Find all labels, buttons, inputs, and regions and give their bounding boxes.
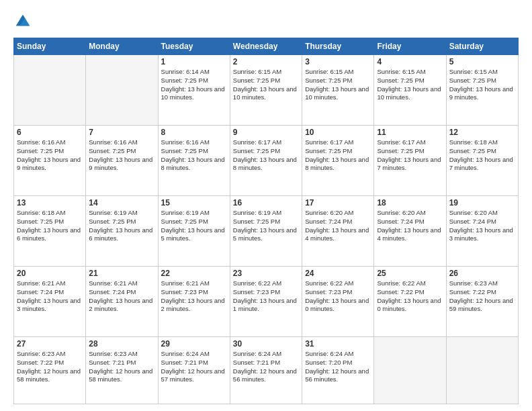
day-number: 9	[233, 128, 299, 137]
day-number: 21	[89, 269, 154, 278]
day-info: Sunrise: 6:15 AM Sunset: 7:25 PM Dayligh…	[449, 68, 515, 102]
calendar-table: SundayMondayTuesdayWednesdayThursdayFrid…	[13, 38, 519, 404]
calendar-day-cell: 3Sunrise: 6:15 AM Sunset: 7:25 PM Daylig…	[302, 55, 374, 126]
calendar-day-cell: 2Sunrise: 6:15 AM Sunset: 7:25 PM Daylig…	[230, 55, 302, 126]
calendar-day-cell: 15Sunrise: 6:19 AM Sunset: 7:25 PM Dayli…	[158, 196, 230, 267]
calendar-day-cell: 8Sunrise: 6:16 AM Sunset: 7:25 PM Daylig…	[158, 126, 230, 196]
day-number: 15	[161, 198, 227, 208]
day-number: 20	[17, 269, 83, 278]
calendar-day-cell: 25Sunrise: 6:22 AM Sunset: 7:22 PM Dayli…	[374, 267, 446, 337]
day-info: Sunrise: 6:17 AM Sunset: 7:25 PM Dayligh…	[377, 138, 443, 173]
calendar-day-cell: 24Sunrise: 6:22 AM Sunset: 7:23 PM Dayli…	[302, 267, 374, 337]
day-info: Sunrise: 6:21 AM Sunset: 7:23 PM Dayligh…	[161, 279, 227, 314]
calendar-day-header: Sunday	[14, 38, 86, 55]
calendar-day-cell	[86, 55, 158, 126]
day-number: 18	[377, 198, 443, 208]
calendar-day-cell: 19Sunrise: 6:20 AM Sunset: 7:24 PM Dayli…	[446, 196, 518, 267]
calendar-day-cell: 26Sunrise: 6:23 AM Sunset: 7:22 PM Dayli…	[446, 267, 518, 337]
calendar-day-cell: 31Sunrise: 6:24 AM Sunset: 7:20 PM Dayli…	[302, 337, 374, 404]
day-info: Sunrise: 6:20 AM Sunset: 7:24 PM Dayligh…	[377, 209, 443, 243]
calendar-day-cell: 14Sunrise: 6:19 AM Sunset: 7:25 PM Dayli…	[86, 196, 158, 267]
calendar-day-cell	[374, 337, 446, 404]
calendar-day-cell: 6Sunrise: 6:16 AM Sunset: 7:25 PM Daylig…	[14, 126, 86, 196]
day-number: 19	[449, 198, 515, 208]
day-number: 8	[161, 128, 227, 137]
calendar-day-cell: 13Sunrise: 6:18 AM Sunset: 7:25 PM Dayli…	[14, 196, 86, 267]
page: SundayMondayTuesdayWednesdayThursdayFrid…	[0, 0, 532, 411]
calendar-header-row: SundayMondayTuesdayWednesdayThursdayFrid…	[14, 38, 519, 55]
day-number: 2	[233, 57, 299, 66]
calendar-day-cell: 20Sunrise: 6:21 AM Sunset: 7:24 PM Dayli…	[14, 267, 86, 337]
day-number: 23	[233, 269, 299, 278]
day-number: 27	[17, 339, 83, 349]
calendar-day-cell: 30Sunrise: 6:24 AM Sunset: 7:21 PM Dayli…	[230, 337, 302, 404]
day-info: Sunrise: 6:22 AM Sunset: 7:23 PM Dayligh…	[305, 279, 371, 314]
day-info: Sunrise: 6:16 AM Sunset: 7:25 PM Dayligh…	[17, 138, 83, 173]
day-info: Sunrise: 6:21 AM Sunset: 7:24 PM Dayligh…	[89, 279, 154, 314]
calendar-body: 1Sunrise: 6:14 AM Sunset: 7:25 PM Daylig…	[14, 55, 519, 404]
calendar-week-row: 6Sunrise: 6:16 AM Sunset: 7:25 PM Daylig…	[14, 126, 519, 196]
day-info: Sunrise: 6:22 AM Sunset: 7:23 PM Dayligh…	[233, 279, 299, 314]
day-info: Sunrise: 6:23 AM Sunset: 7:21 PM Dayligh…	[89, 350, 154, 384]
day-number: 31	[305, 339, 371, 349]
calendar-week-row: 27Sunrise: 6:23 AM Sunset: 7:22 PM Dayli…	[14, 337, 519, 404]
day-number: 17	[305, 198, 371, 208]
logo	[13, 12, 34, 31]
calendar-day-cell: 7Sunrise: 6:16 AM Sunset: 7:25 PM Daylig…	[86, 126, 158, 196]
day-number: 28	[89, 339, 154, 349]
day-info: Sunrise: 6:23 AM Sunset: 7:22 PM Dayligh…	[449, 279, 515, 314]
day-info: Sunrise: 6:14 AM Sunset: 7:25 PM Dayligh…	[161, 68, 227, 102]
day-number: 10	[305, 128, 371, 137]
day-number: 1	[161, 57, 227, 66]
day-info: Sunrise: 6:19 AM Sunset: 7:25 PM Dayligh…	[233, 209, 299, 243]
calendar-day-cell: 10Sunrise: 6:17 AM Sunset: 7:25 PM Dayli…	[302, 126, 374, 196]
calendar-day-cell: 17Sunrise: 6:20 AM Sunset: 7:24 PM Dayli…	[302, 196, 374, 267]
day-number: 29	[161, 339, 227, 349]
calendar-day-cell: 27Sunrise: 6:23 AM Sunset: 7:22 PM Dayli…	[14, 337, 86, 404]
calendar-day-cell: 18Sunrise: 6:20 AM Sunset: 7:24 PM Dayli…	[374, 196, 446, 267]
day-number: 22	[161, 269, 227, 278]
header	[13, 12, 519, 31]
day-number: 11	[377, 128, 443, 137]
day-info: Sunrise: 6:19 AM Sunset: 7:25 PM Dayligh…	[89, 209, 154, 243]
calendar-day-cell	[14, 55, 86, 126]
day-info: Sunrise: 6:19 AM Sunset: 7:25 PM Dayligh…	[161, 209, 227, 243]
calendar-day-cell: 23Sunrise: 6:22 AM Sunset: 7:23 PM Dayli…	[230, 267, 302, 337]
day-number: 26	[449, 269, 515, 278]
day-number: 14	[89, 198, 154, 208]
day-number: 6	[17, 128, 83, 137]
calendar-day-cell: 28Sunrise: 6:23 AM Sunset: 7:21 PM Dayli…	[86, 337, 158, 404]
calendar-week-row: 1Sunrise: 6:14 AM Sunset: 7:25 PM Daylig…	[14, 55, 519, 126]
day-info: Sunrise: 6:20 AM Sunset: 7:24 PM Dayligh…	[449, 209, 515, 243]
calendar-day-header: Thursday	[302, 38, 374, 55]
calendar-week-row: 20Sunrise: 6:21 AM Sunset: 7:24 PM Dayli…	[14, 267, 519, 337]
calendar-day-cell: 5Sunrise: 6:15 AM Sunset: 7:25 PM Daylig…	[446, 55, 518, 126]
day-number: 13	[17, 198, 83, 208]
day-number: 24	[305, 269, 371, 278]
day-info: Sunrise: 6:15 AM Sunset: 7:25 PM Dayligh…	[233, 68, 299, 102]
day-info: Sunrise: 6:16 AM Sunset: 7:25 PM Dayligh…	[161, 138, 227, 173]
day-info: Sunrise: 6:15 AM Sunset: 7:25 PM Dayligh…	[305, 68, 371, 102]
day-info: Sunrise: 6:24 AM Sunset: 7:20 PM Dayligh…	[305, 350, 371, 384]
day-info: Sunrise: 6:21 AM Sunset: 7:24 PM Dayligh…	[17, 279, 83, 314]
day-info: Sunrise: 6:22 AM Sunset: 7:22 PM Dayligh…	[377, 279, 443, 314]
day-info: Sunrise: 6:18 AM Sunset: 7:25 PM Dayligh…	[449, 138, 515, 173]
calendar-day-cell	[446, 337, 518, 404]
day-number: 4	[377, 57, 443, 66]
day-number: 16	[233, 198, 299, 208]
calendar-day-cell: 22Sunrise: 6:21 AM Sunset: 7:23 PM Dayli…	[158, 267, 230, 337]
day-number: 3	[305, 57, 371, 66]
day-number: 30	[233, 339, 299, 349]
day-info: Sunrise: 6:23 AM Sunset: 7:22 PM Dayligh…	[17, 350, 83, 384]
calendar-day-cell: 12Sunrise: 6:18 AM Sunset: 7:25 PM Dayli…	[446, 126, 518, 196]
calendar-day-cell: 16Sunrise: 6:19 AM Sunset: 7:25 PM Dayli…	[230, 196, 302, 267]
calendar-day-cell: 21Sunrise: 6:21 AM Sunset: 7:24 PM Dayli…	[86, 267, 158, 337]
calendar-day-header: Saturday	[446, 38, 518, 55]
calendar-day-cell: 29Sunrise: 6:24 AM Sunset: 7:21 PM Dayli…	[158, 337, 230, 404]
day-info: Sunrise: 6:16 AM Sunset: 7:25 PM Dayligh…	[89, 138, 154, 173]
calendar-day-cell: 9Sunrise: 6:17 AM Sunset: 7:25 PM Daylig…	[230, 126, 302, 196]
day-number: 7	[89, 128, 154, 137]
day-info: Sunrise: 6:20 AM Sunset: 7:24 PM Dayligh…	[305, 209, 371, 243]
calendar-day-cell: 1Sunrise: 6:14 AM Sunset: 7:25 PM Daylig…	[158, 55, 230, 126]
day-info: Sunrise: 6:24 AM Sunset: 7:21 PM Dayligh…	[161, 350, 227, 384]
